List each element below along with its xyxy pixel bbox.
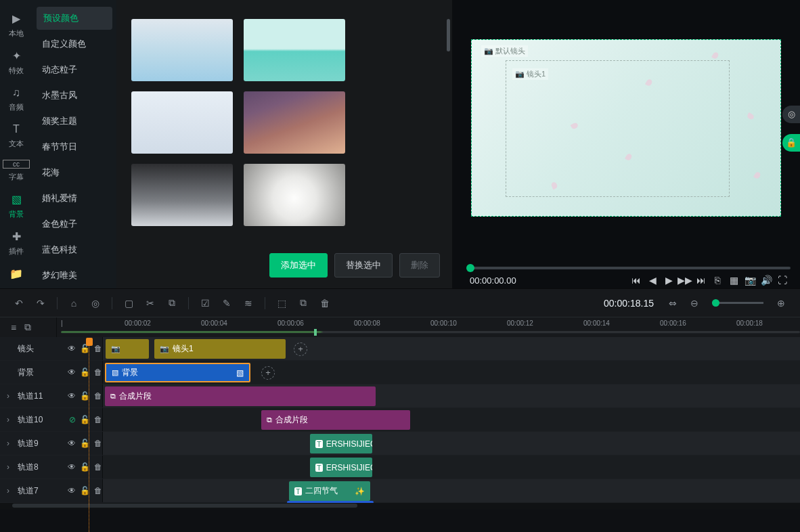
- category-item[interactable]: 动态粒子: [32, 57, 116, 83]
- preset-thumb[interactable]: [244, 19, 345, 81]
- side-button-lock[interactable]: 🔒: [782, 134, 800, 152]
- zoom-in-icon[interactable]: ⊕: [772, 298, 791, 309]
- zoom-slider[interactable]: [712, 302, 763, 304]
- tab-plugin[interactable]: ✚插件: [3, 226, 30, 262]
- play-icon[interactable]: ▶: [661, 275, 677, 286]
- add-selection-button[interactable]: 添加选中: [269, 253, 328, 278]
- tab-subtitle[interactable]: cc字幕: [3, 156, 30, 187]
- trash-icon[interactable]: 🗑: [94, 439, 102, 448]
- lock-icon[interactable]: ⬚: [272, 298, 291, 309]
- skip-end-icon[interactable]: ⏭: [693, 275, 709, 286]
- menu-icon[interactable]: ≡: [11, 322, 16, 333]
- check-icon[interactable]: ☑: [196, 298, 215, 309]
- tab-effects[interactable]: ✦特效: [3, 45, 30, 81]
- expand-icon[interactable]: ›: [7, 391, 14, 401]
- step-back-icon[interactable]: ◀: [644, 275, 661, 286]
- category-item[interactable]: 蓝色科技: [32, 237, 116, 263]
- eye-icon[interactable]: 👁: [68, 439, 76, 448]
- grid-icon[interactable]: ▦: [726, 275, 742, 286]
- eye-icon[interactable]: 👁: [68, 462, 76, 472]
- delete-button[interactable]: 删除: [399, 253, 440, 278]
- copy-icon[interactable]: ⧉: [294, 297, 313, 309]
- add-clip-button[interactable]: +: [294, 342, 307, 356]
- home-icon[interactable]: ⌂: [64, 298, 83, 309]
- step-forward-icon[interactable]: ▶▶: [677, 275, 693, 286]
- eye-off-icon[interactable]: ⊘: [69, 415, 76, 424]
- background-clip[interactable]: ▧背景▧: [105, 363, 250, 382]
- preset-thumb[interactable]: [131, 19, 233, 81]
- volume-icon[interactable]: 🔊: [758, 275, 774, 286]
- category-item[interactable]: 水墨古风: [32, 83, 116, 108]
- crop-icon[interactable]: ✂: [141, 298, 160, 309]
- expand-icon[interactable]: ›: [7, 486, 14, 495]
- target-icon[interactable]: ◎: [86, 298, 105, 309]
- lock-icon[interactable]: 🔓: [80, 439, 90, 448]
- eye-icon[interactable]: 👁: [68, 486, 76, 495]
- trash-icon[interactable]: 🗑: [94, 368, 102, 377]
- preview-canvas[interactable]: 📷 默认镜头 📷 镜头1: [471, 39, 781, 217]
- eye-icon[interactable]: 👁: [68, 344, 76, 353]
- category-item[interactable]: 梦幻唯美: [32, 263, 116, 288]
- inner-frame[interactable]: [506, 60, 730, 197]
- add-clip-button[interactable]: +: [261, 366, 275, 380]
- text-clip[interactable]: T二四节气✨: [289, 481, 370, 501]
- tab-audio[interactable]: ♫音频: [3, 83, 30, 118]
- stack-icon[interactable]: ⧉: [24, 322, 31, 333]
- trash-icon[interactable]: 🗑: [94, 462, 102, 472]
- tab-text[interactable]: T文本: [3, 119, 30, 154]
- zoom-out-icon[interactable]: ⊖: [685, 298, 704, 309]
- preview-progress[interactable]: [470, 267, 791, 269]
- eye-icon[interactable]: 👁: [68, 391, 76, 401]
- tab-folder[interactable]: 📁: [3, 263, 30, 287]
- trash-icon[interactable]: 🗑: [94, 391, 102, 401]
- trash-icon[interactable]: 🗑: [315, 298, 334, 309]
- preset-thumb[interactable]: [244, 164, 345, 226]
- split-icon[interactable]: ⧉: [162, 297, 181, 309]
- text-clip[interactable]: TERSHISIJIEQ: [310, 434, 372, 453]
- lock-icon[interactable]: 🔓: [80, 368, 90, 377]
- lock-icon[interactable]: 🔓: [80, 391, 90, 401]
- preset-thumb[interactable]: [131, 91, 233, 154]
- expand-icon[interactable]: ›: [7, 415, 14, 424]
- lock-icon[interactable]: 🔓: [80, 486, 90, 495]
- lens-clip[interactable]: 📷: [106, 339, 149, 359]
- category-item[interactable]: 婚礼爱情: [32, 185, 116, 211]
- redo-icon[interactable]: ↷: [31, 298, 50, 309]
- category-item[interactable]: 自定义颜色: [32, 31, 116, 57]
- trash-icon[interactable]: 🗑: [94, 344, 102, 353]
- category-item[interactable]: 春节节日: [32, 134, 116, 160]
- tab-background[interactable]: ▧背景: [3, 189, 30, 225]
- lens-clip[interactable]: 📷镜头1: [154, 339, 286, 359]
- expand-icon[interactable]: ›: [7, 439, 14, 448]
- composite-clip[interactable]: ⧉合成片段: [261, 410, 410, 430]
- lock-icon[interactable]: 🔓: [80, 462, 90, 472]
- loop-icon[interactable]: ⎘: [709, 275, 726, 286]
- fullscreen-icon[interactable]: ⛶: [774, 275, 791, 286]
- composite-clip[interactable]: ⧉合成片段: [105, 386, 376, 406]
- side-button-1[interactable]: ◎: [782, 106, 800, 123]
- preset-thumb[interactable]: [244, 91, 345, 154]
- expand-icon[interactable]: ›: [7, 462, 14, 472]
- undo-icon[interactable]: ↶: [9, 298, 28, 309]
- category-item[interactable]: 金色粒子: [32, 211, 116, 237]
- fit-icon[interactable]: ⇔: [663, 298, 682, 309]
- replace-selection-button[interactable]: 替换选中: [334, 253, 393, 278]
- layers-icon[interactable]: ≋: [239, 298, 258, 309]
- trash-icon[interactable]: 🗑: [94, 486, 102, 495]
- category-item[interactable]: 花海: [32, 160, 116, 185]
- category-item[interactable]: 颁奖主题: [32, 108, 116, 134]
- skip-start-icon[interactable]: ⏮: [628, 275, 644, 286]
- select-icon[interactable]: ▢: [119, 298, 138, 309]
- lock-icon[interactable]: 🔓: [80, 415, 90, 424]
- trash-icon[interactable]: 🗑: [94, 415, 102, 424]
- eye-icon[interactable]: 👁: [68, 368, 76, 377]
- scrollbar[interactable]: [447, 19, 450, 51]
- horizontal-scrollbar[interactable]: [0, 503, 800, 510]
- lock-icon[interactable]: 🔓: [80, 344, 90, 353]
- tab-local[interactable]: ▶本地: [3, 8, 30, 44]
- time-ruler[interactable]: | 00:00:02 00:00:04 00:00:06 00:00:08 00…: [57, 317, 800, 337]
- preset-thumb[interactable]: [131, 164, 233, 226]
- edit-icon[interactable]: ✎: [217, 298, 236, 309]
- category-item[interactable]: 预设颜色: [37, 7, 112, 30]
- snapshot-icon[interactable]: 📷: [742, 275, 758, 286]
